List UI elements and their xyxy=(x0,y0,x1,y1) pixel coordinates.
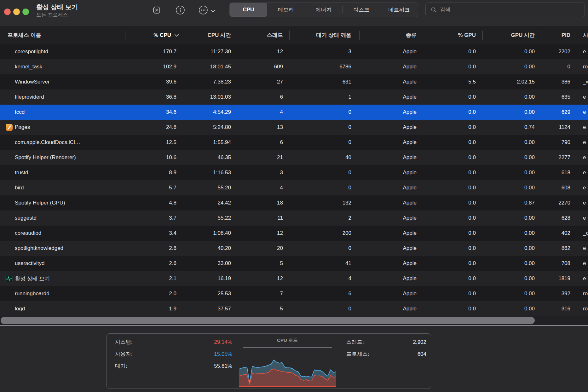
counts-section: 스레드:2,902프로세스:604 xyxy=(338,334,431,389)
cell-user: e xyxy=(583,256,588,271)
cell-wakeups: 0 xyxy=(289,120,359,135)
cell-gpu_time: 0.00 xyxy=(482,301,541,316)
cell-kind: Apple xyxy=(359,210,426,226)
tab-에너지[interactable]: 에너지 xyxy=(305,3,343,17)
cell-name: coreaudiod xyxy=(0,226,125,241)
zoom-window-button[interactable] xyxy=(22,9,29,15)
cell-user: ro xyxy=(583,286,588,301)
cell-cpu_time: 40.20 xyxy=(183,241,238,256)
column-header-cpu_time[interactable]: CPU 시간 xyxy=(183,26,238,44)
process-row-coreaudiod[interactable]: coreaudiod3.41:08.4012200Apple0.00.00402… xyxy=(0,226,588,241)
process-row-windowserver[interactable]: WindowServer39.67:38.2327631Apple5.52:02… xyxy=(0,74,588,89)
stat-row: 프로세스:604 xyxy=(346,348,426,360)
cell-pid: 1124 xyxy=(541,120,577,135)
cell-name: kernel_task xyxy=(0,59,125,74)
inspect-process-button[interactable] xyxy=(175,6,185,16)
process-row-activity-monitor[interactable]: 활성 상태 보기2.116.19124Apple0.00.001819e xyxy=(0,271,588,286)
cell-wakeups: 2 xyxy=(289,210,359,226)
process-row-spotifyhelperrenderer[interactable]: Spotify Helper (Renderer)10.646.352140Ap… xyxy=(0,150,588,165)
process-row-kernel_task[interactable]: kernel_task102.918:01.456096786Apple0.00… xyxy=(0,59,588,74)
cell-threads: 11 xyxy=(238,210,289,226)
process-row-spotlightknowledged[interactable]: spotlightknowledged2.640.20200Apple0.00.… xyxy=(0,241,588,256)
stat-row: 시스템:29.14% xyxy=(115,336,232,348)
process-row-tccd[interactable]: tccd34.64:54.2940Apple0.00.00629e xyxy=(0,105,588,120)
cell-gpu_time: 0.00 xyxy=(482,89,541,105)
process-row-fileproviderd[interactable]: fileproviderd36.813:01.0361Apple0.00.006… xyxy=(0,89,588,105)
stat-value: 55.81% xyxy=(214,363,232,369)
cell-cpu_time: 1:08.40 xyxy=(183,226,238,241)
process-row-corespotlightd[interactable]: corespotlightd170.711:27.30123Apple0.00.… xyxy=(0,44,588,59)
process-row-spotifyhelpergpu[interactable]: Spotify Helper (GPU)4.824.4218132Apple0.… xyxy=(0,195,588,210)
column-header-threads[interactable]: 스레드 xyxy=(238,26,289,44)
minimize-window-button[interactable] xyxy=(13,9,20,15)
cell-cpu: 36.8 xyxy=(125,89,183,105)
cell-threads: 609 xyxy=(238,59,289,74)
process-row-suggestd[interactable]: suggestd3.755.22112Apple0.00.00628e xyxy=(0,210,588,226)
cell-wakeups: 200 xyxy=(289,226,359,241)
process-row-bird[interactable]: bird5.755.2040Apple0.00.00608e xyxy=(0,180,588,195)
tab-디스크[interactable]: 디스크 xyxy=(343,3,380,17)
process-row-runningboardd[interactable]: runningboardd2.025.5376Apple0.00.00392ro xyxy=(0,286,588,301)
cell-wakeups: 0 xyxy=(289,301,359,316)
cell-name: fileproviderd xyxy=(0,89,125,105)
cell-gpu: 0.0 xyxy=(426,165,482,180)
cell-threads: 5 xyxy=(238,256,289,271)
cell-gpu: 0.0 xyxy=(426,226,482,241)
horizontal-scrollbar-track[interactable] xyxy=(0,316,588,325)
close-window-button[interactable] xyxy=(4,9,11,15)
cell-cpu_time: 1:16.53 xyxy=(183,165,238,180)
cell-name: tccd xyxy=(0,105,125,120)
search-input[interactable] xyxy=(439,6,573,13)
cell-user: e xyxy=(583,271,588,286)
column-header-gpu_time[interactable]: GPU 시간 xyxy=(482,26,541,44)
column-header-cpu[interactable]: % CPU xyxy=(125,26,183,44)
cell-user: e xyxy=(583,120,588,135)
cell-wakeups: 40 xyxy=(289,150,359,165)
more-options-button[interactable] xyxy=(198,6,208,16)
column-header-wakeups[interactable]: 대기 상태 깨움 xyxy=(289,26,359,44)
column-header-pid[interactable]: PID xyxy=(541,26,577,44)
stat-label: 스레드: xyxy=(346,338,364,346)
cell-threads: 3 xyxy=(238,165,289,180)
search-field[interactable] xyxy=(425,3,585,17)
stat-value: 604 xyxy=(418,351,426,357)
column-header-user[interactable]: 사용자 xyxy=(583,26,588,44)
cell-gpu_time: 0.00 xyxy=(482,271,541,286)
process-row-pages[interactable]: Pages24.85:24.80130Apple0.00.741124e xyxy=(0,120,588,135)
tab-cpu[interactable]: CPU xyxy=(230,3,267,17)
process-row-useractivityd[interactable]: useractivityd2.633.00541Apple0.00.00708e xyxy=(0,256,588,271)
column-header-kind[interactable]: 종류 xyxy=(359,26,426,44)
column-header-label: PID xyxy=(562,32,570,38)
process-row-com.apple.clouddocs.icl[interactable]: com.apple.CloudDocs.iCl…12.51:55.9460App… xyxy=(0,135,588,150)
cell-name: corespotlightd xyxy=(0,44,125,59)
tab-메모리[interactable]: 메모리 xyxy=(267,3,305,17)
cell-gpu_time: 0.00 xyxy=(482,44,541,59)
horizontal-scrollbar-thumb[interactable] xyxy=(1,317,535,324)
cell-cpu: 3.7 xyxy=(125,210,183,226)
cell-kind: Apple xyxy=(359,165,426,180)
cell-kind: Apple xyxy=(359,271,426,286)
cpu-stats-box: 시스템:29.14%사용자:15.05%대기:55.81% CPU 로드 스레드… xyxy=(107,333,431,389)
column-header-label: 스레드 xyxy=(267,32,283,39)
cell-user: _w xyxy=(583,74,588,89)
cell-cpu: 3.4 xyxy=(125,226,183,241)
cell-user: e xyxy=(583,105,588,120)
cell-user: e xyxy=(583,195,588,210)
cell-threads: 20 xyxy=(238,241,289,256)
process-row-logd[interactable]: logd1.937.5750Apple0.00.00316ro xyxy=(0,301,588,316)
cell-gpu: 0.0 xyxy=(426,44,482,59)
quit-process-button[interactable] xyxy=(152,6,162,16)
table-header: 프로세스 이름% CPUCPU 시간스레드대기 상태 깨움종류% GPUGPU … xyxy=(0,26,588,44)
cell-cpu: 10.6 xyxy=(125,150,183,165)
cell-kind: Apple xyxy=(359,74,426,89)
cell-gpu_time: 0.00 xyxy=(482,286,541,301)
cell-user: e xyxy=(583,210,588,226)
tab-네트워크[interactable]: 네트워크 xyxy=(380,3,418,17)
chevron-down-icon[interactable] xyxy=(210,9,216,14)
cell-pid: 1819 xyxy=(541,271,577,286)
column-header-name[interactable]: 프로세스 이름 xyxy=(0,26,125,44)
column-header-gpu[interactable]: % GPU xyxy=(426,26,482,44)
cell-kind: Apple xyxy=(359,150,426,165)
cell-kind: Apple xyxy=(359,195,426,210)
process-row-trustd[interactable]: trustd8.91:16.5330Apple0.00.00618e xyxy=(0,165,588,180)
